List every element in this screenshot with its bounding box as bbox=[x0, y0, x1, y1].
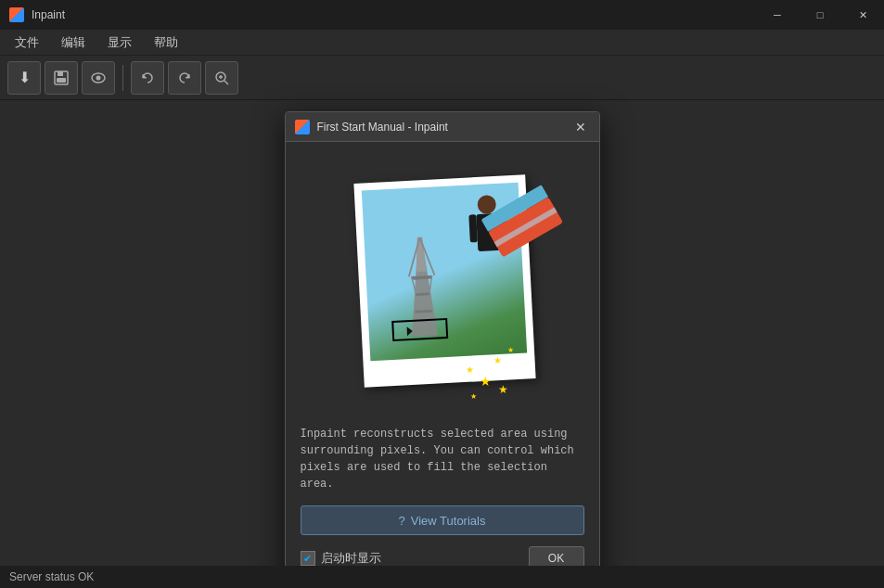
menu-bar: 文件 编辑 显示 帮助 bbox=[0, 30, 884, 56]
svg-line-6 bbox=[224, 81, 228, 84]
svg-rect-20 bbox=[468, 214, 478, 242]
app-icon bbox=[9, 7, 24, 22]
star-3: ★ bbox=[493, 355, 502, 365]
star-4: ★ bbox=[498, 383, 508, 396]
dialog-description: Inpaint reconstructs selected area using… bbox=[301, 426, 584, 492]
dialog-title: First Start Manual - Inpaint bbox=[317, 121, 564, 134]
svg-marker-22 bbox=[406, 326, 413, 336]
selection-rectangle bbox=[391, 318, 448, 341]
dialog-close-button[interactable]: ✕ bbox=[571, 118, 590, 136]
star-2: ★ bbox=[466, 364, 474, 375]
title-bar: Inpaint ─ □ ✕ bbox=[0, 0, 884, 30]
show-on-startup-checkbox[interactable]: ✔ bbox=[301, 551, 315, 566]
menu-help[interactable]: 帮助 bbox=[143, 31, 189, 55]
stars-area: ★ ★ ★ ★ ★ ★ bbox=[461, 318, 554, 392]
dialog-body: ★ ★ ★ ★ ★ ★ Inpaint reconstructs selecte… bbox=[286, 142, 599, 585]
photo-container: ★ ★ ★ ★ ★ ★ bbox=[340, 170, 544, 402]
undo-button[interactable] bbox=[131, 61, 164, 95]
tutorials-icon: ? bbox=[399, 514, 405, 528]
separator-1 bbox=[122, 65, 123, 91]
maximize-button[interactable]: □ bbox=[799, 0, 841, 30]
svg-rect-1 bbox=[58, 71, 63, 76]
redo-button[interactable] bbox=[168, 61, 201, 95]
svg-point-4 bbox=[96, 75, 101, 80]
app-title: Inpaint bbox=[32, 8, 875, 21]
first-start-dialog: First Start Manual - Inpaint ✕ bbox=[285, 111, 600, 586]
toolbar: ⬇ bbox=[0, 56, 884, 100]
status-text: Server status OK bbox=[9, 570, 94, 583]
menu-view[interactable]: 显示 bbox=[96, 31, 143, 55]
save-button[interactable] bbox=[45, 61, 78, 95]
checkbox-text: 启动时显示 bbox=[321, 550, 381, 567]
status-bar: Server status OK bbox=[0, 566, 884, 588]
svg-rect-2 bbox=[57, 78, 66, 83]
star-6: ★ bbox=[470, 392, 477, 401]
svg-marker-10 bbox=[414, 237, 426, 272]
minimize-button[interactable]: ─ bbox=[756, 0, 799, 30]
star-1: ★ bbox=[480, 374, 492, 389]
dialog-illustration: ★ ★ ★ ★ ★ ★ bbox=[301, 160, 584, 411]
window-controls: ─ □ ✕ bbox=[756, 0, 884, 30]
svg-rect-11 bbox=[411, 275, 431, 280]
close-button[interactable]: ✕ bbox=[841, 0, 884, 30]
menu-file[interactable]: 文件 bbox=[4, 31, 50, 55]
preview-button[interactable] bbox=[82, 61, 115, 95]
show-on-startup-label[interactable]: ✔ 启动时显示 bbox=[301, 550, 381, 567]
tutorials-label: View Tutorials bbox=[411, 514, 486, 528]
main-area: First Start Manual - Inpaint ✕ bbox=[0, 100, 884, 566]
download-button[interactable]: ⬇ bbox=[7, 61, 41, 95]
view-tutorials-button[interactable]: ? View Tutorials bbox=[301, 505, 584, 535]
zoom-button[interactable] bbox=[205, 61, 238, 95]
star-5: ★ bbox=[507, 346, 514, 354]
dialog-icon bbox=[295, 120, 310, 134]
menu-edit[interactable]: 编辑 bbox=[50, 31, 96, 55]
dialog-title-bar: First Start Manual - Inpaint ✕ bbox=[286, 112, 599, 142]
